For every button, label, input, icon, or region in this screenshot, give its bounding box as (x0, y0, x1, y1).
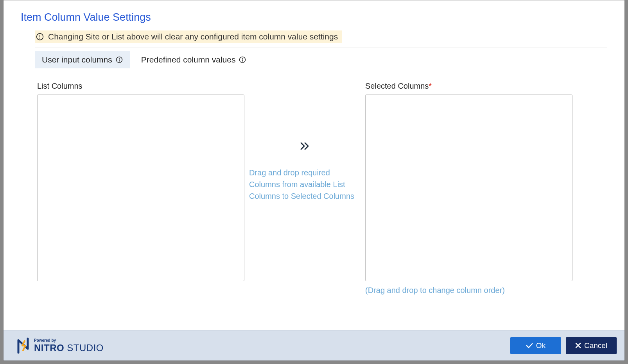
tab-label: User input columns (42, 55, 112, 64)
transfer-middle: Drag and drop required Columns from avai… (249, 82, 361, 202)
dialog-content: Item Column Value Settings Changing Site… (4, 0, 624, 330)
dialog-window: Item Column Value Settings Changing Site… (3, 0, 625, 361)
list-columns-block: List Columns (37, 82, 244, 281)
svg-point-4 (119, 58, 120, 59)
exclamation-circle-icon (36, 32, 44, 41)
info-circle-icon[interactable] (239, 56, 246, 64)
powered-by-label: Powered by (34, 339, 104, 343)
close-icon (575, 343, 581, 348)
tab-user-input-columns[interactable]: User input columns (35, 51, 130, 68)
nitro-logo-icon (16, 337, 31, 354)
selected-columns-label: Selected Columns* (365, 82, 572, 91)
required-asterisk: * (429, 82, 432, 90)
tab-label: Predefined column values (141, 55, 236, 64)
reorder-hint: (Drag and drop to change column order) (365, 286, 572, 295)
svg-point-2 (39, 38, 40, 39)
chevron-double-right-icon (300, 142, 310, 150)
selected-columns-block: Selected Columns* (Drag and drop to chan… (365, 82, 572, 295)
brand-text: Powered by NITRO STUDIO (34, 339, 104, 353)
brand: Powered by NITRO STUDIO (16, 337, 104, 354)
warning-text: Changing Site or List above will clear a… (48, 32, 338, 41)
divider (35, 48, 607, 48)
drag-drop-hint: Drag and drop required Columns from avai… (249, 167, 361, 202)
tab-predefined-column-values[interactable]: Predefined column values (134, 51, 254, 68)
columns-area: List Columns Drag and drop required Colu… (37, 82, 607, 295)
info-circle-icon[interactable] (115, 56, 123, 64)
selected-columns-listbox[interactable] (365, 95, 572, 281)
selected-columns-label-text: Selected Columns (365, 82, 429, 90)
dialog-footer: Powered by NITRO STUDIO Ok Cancel (4, 330, 624, 360)
cancel-label: Cancel (584, 341, 607, 350)
list-columns-listbox[interactable] (37, 95, 244, 281)
ok-button[interactable]: Ok (510, 337, 561, 354)
move-right-button[interactable] (298, 140, 312, 152)
cancel-button[interactable]: Cancel (566, 337, 617, 354)
svg-point-7 (242, 58, 243, 59)
check-icon (526, 343, 533, 348)
tabs: User input columns Predefined column val… (35, 51, 607, 68)
warning-badge: Changing Site or List above will clear a… (35, 30, 342, 43)
ok-label: Ok (536, 341, 545, 350)
list-columns-label: List Columns (37, 82, 244, 91)
page-title: Item Column Value Settings (21, 11, 607, 23)
brand-name: NITRO STUDIO (34, 343, 104, 353)
warning-row: Changing Site or List above will clear a… (35, 30, 607, 43)
